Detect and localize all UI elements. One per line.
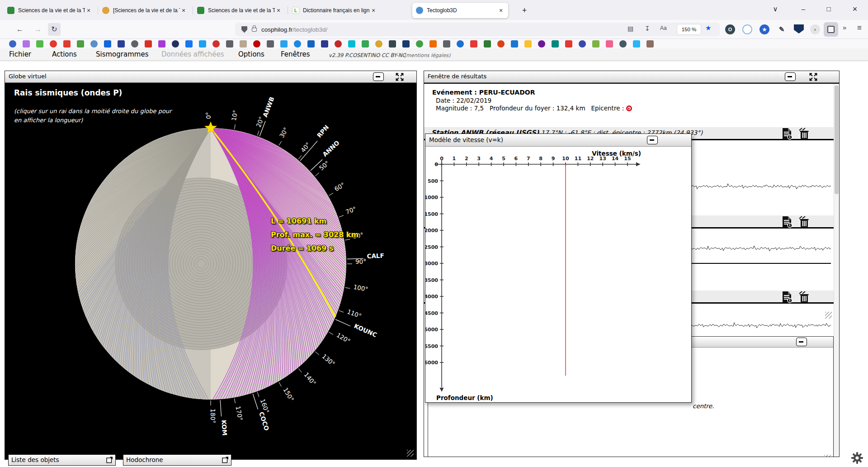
bookmark-favicon[interactable] [484, 40, 491, 48]
translate-icon[interactable]: Aa [660, 25, 667, 31]
bookmark-favicon[interactable] [253, 40, 260, 48]
velocity-minimize-button[interactable] [647, 136, 658, 144]
extension-star-circle-icon[interactable]: ★ [760, 24, 769, 34]
bookmark-favicon[interactable] [145, 40, 152, 48]
bookmark-favicon[interactable] [443, 40, 450, 48]
bookmark-favicon[interactable] [307, 40, 315, 48]
tracking-shield-icon[interactable] [241, 26, 247, 33]
bookmark-favicon[interactable] [321, 40, 328, 48]
browser-tab-2[interactable]: [Sciences de la vie et de la Terre× [99, 3, 191, 18]
bookmark-favicon[interactable] [606, 40, 613, 48]
toolbar-overflow-button[interactable]: » [843, 24, 846, 31]
bookmark-favicon[interactable] [497, 40, 505, 48]
browser-tab-1[interactable]: Sciences de la vie et de la Terre× [4, 3, 96, 18]
bookmark-favicon[interactable] [212, 40, 220, 48]
menu-options[interactable]: Options [238, 50, 264, 58]
bookmark-favicon[interactable] [267, 40, 274, 48]
bookmark-favicon[interactable] [389, 40, 396, 48]
bookmark-favicon[interactable] [457, 40, 464, 48]
results-scrollbar[interactable] [834, 84, 839, 457]
window-close-button[interactable]: × [844, 0, 865, 18]
bookmark-favicon[interactable] [646, 40, 654, 48]
tab-close-icon[interactable]: × [497, 7, 505, 14]
bookmark-favicon[interactable] [633, 40, 640, 48]
window-restore-button[interactable]: □ [818, 0, 839, 18]
globe-expand-icon[interactable] [395, 72, 405, 82]
tab-close-icon[interactable]: × [275, 7, 282, 14]
bookmark-favicon[interactable] [524, 40, 532, 48]
bookmark-favicon[interactable] [619, 40, 627, 48]
tab-close-icon[interactable]: × [370, 7, 377, 14]
tab-close-icon[interactable]: × [85, 7, 92, 14]
delete-trace-icon[interactable] [798, 216, 810, 228]
reader-view-icon[interactable]: ▤ [627, 25, 633, 32]
bookmark-favicon[interactable] [294, 40, 301, 48]
bookmark-favicon[interactable] [23, 40, 30, 48]
menu-fen-tres[interactable]: Fenêtres [281, 50, 310, 58]
results-minimize-button[interactable] [785, 72, 796, 81]
bookmark-favicon[interactable] [36, 40, 43, 48]
browser-tab-3[interactable]: Sciences de la vie et de la Terre× [193, 3, 286, 18]
results-resize-grip[interactable] [825, 312, 832, 319]
window-minimize-button[interactable]: – [793, 0, 814, 18]
bookmark-favicon[interactable] [90, 40, 98, 48]
delete-trace-icon[interactable] [798, 291, 810, 303]
mentions-legales-link[interactable]: (mentions légales) [404, 52, 450, 58]
browser-tab-4[interactable]: LDictionnaire français en ligne - l× [288, 3, 381, 18]
bookmark-favicon[interactable] [362, 40, 369, 48]
extension-half-circle-icon[interactable]: ◗ [810, 24, 820, 34]
seismogram-info-icon[interactable] [781, 128, 793, 140]
seismogram-info-icon[interactable] [781, 216, 793, 228]
back-button[interactable]: ← [14, 23, 26, 36]
menu-sismogrammes[interactable]: Sismogrammes [96, 50, 148, 58]
bookmark-favicon[interactable] [538, 40, 545, 48]
taskbar-liste-des-objets[interactable]: Liste des objets [8, 454, 116, 466]
bookmark-favicon[interactable] [118, 40, 125, 48]
extension-dark-circle-icon[interactable]: O [725, 24, 735, 34]
station-label-calf[interactable]: CALF [367, 252, 384, 260]
extension-ring-icon[interactable] [742, 24, 752, 34]
bookmark-favicon[interactable] [579, 40, 586, 48]
bookmark-favicon[interactable] [240, 40, 247, 48]
taskbar-hodochrone[interactable]: Hodochrone [123, 454, 231, 466]
save-page-icon[interactable]: ↧ [645, 25, 650, 32]
menu-actions[interactable]: Actions [52, 50, 77, 58]
scrollbar-thumb[interactable] [835, 86, 839, 194]
app-menu-button[interactable]: ≡ [857, 24, 862, 33]
bookmark-favicon[interactable] [9, 40, 16, 48]
new-tab-button[interactable]: + [518, 5, 531, 17]
bookmark-favicon[interactable] [199, 40, 206, 48]
bookmark-favicon[interactable] [348, 40, 355, 48]
bookmark-favicon[interactable] [416, 40, 423, 48]
bookmark-favicon[interactable] [63, 40, 71, 48]
bookmark-favicon[interactable] [50, 40, 57, 48]
bookmark-favicon[interactable] [552, 40, 559, 48]
results-expand-icon[interactable] [808, 72, 818, 82]
bookmark-star-icon[interactable]: ★ [705, 24, 711, 32]
tab-close-icon[interactable]: × [180, 7, 187, 14]
settings-gear-icon[interactable] [851, 452, 863, 464]
bookmark-favicon[interactable] [402, 40, 410, 48]
globe-resize-grip[interactable] [407, 450, 414, 457]
bookmark-favicon[interactable] [375, 40, 382, 48]
bookmark-favicon[interactable] [565, 40, 572, 48]
menu-fichier[interactable]: Fichier [9, 50, 31, 58]
bookmark-favicon[interactable] [226, 40, 233, 48]
seismogram-info-icon[interactable] [781, 291, 793, 303]
bookmark-favicon[interactable] [511, 40, 518, 48]
globe-canvas[interactable]: 0°10°20°30°40°50°60°70°80°90°100°110°120… [5, 83, 416, 459]
tabs-list-button[interactable]: ∨ [765, 0, 786, 18]
bookmark-favicon[interactable] [429, 40, 437, 48]
bookmark-favicon[interactable] [172, 40, 179, 48]
bookmark-favicon[interactable] [592, 40, 599, 48]
station-label-kom[interactable]: KOM [220, 419, 228, 436]
globe-minimize-button[interactable] [373, 72, 384, 81]
restore-window-icon[interactable] [106, 456, 113, 464]
zoom-level-badge[interactable]: 150 % [677, 24, 701, 34]
bookmark-favicon[interactable] [158, 40, 165, 48]
screenshot-tool-button[interactable] [824, 22, 838, 37]
reload-button[interactable]: ↻ [48, 23, 61, 36]
browser-tab-5[interactable]: Tectoglob3D× [412, 3, 508, 18]
bookmark-favicon[interactable] [470, 40, 477, 48]
extension-shield-icon[interactable] [794, 24, 804, 33]
